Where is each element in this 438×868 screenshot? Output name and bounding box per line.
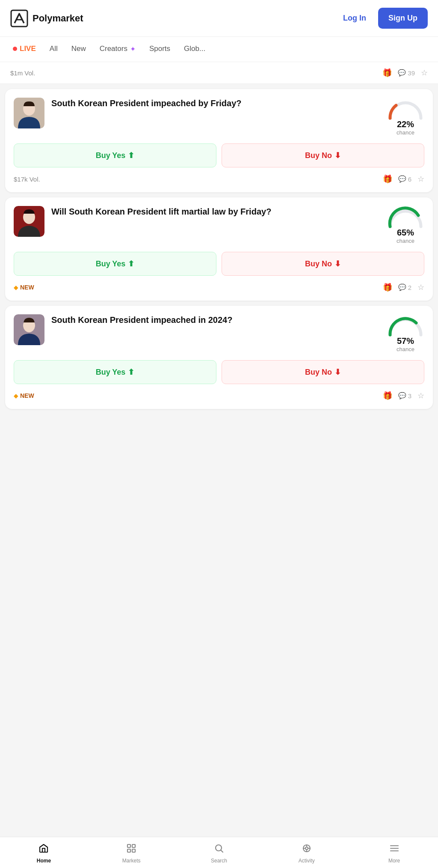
comment-count-top: 39 [408,69,415,77]
comment-wrap-3[interactable]: 💬 3 [398,392,411,400]
tab-creators[interactable]: Creators ✦ [94,37,142,62]
login-button[interactable]: Log In [336,9,373,27]
comment-count-2: 2 [408,284,411,291]
avatar-2 [14,206,44,237]
card-footer-2: ◆ NEW 🎁 💬 2 ☆ [14,283,424,292]
gauge-label-3: chance [397,346,414,352]
card-actions-3: 🎁 💬 3 ☆ [383,391,424,400]
tab-new[interactable]: New [65,37,92,62]
buy-no-label-2: Buy No [305,260,332,268]
tab-global-label: Glob... [184,45,205,53]
new-badge-label-3: NEW [20,392,34,399]
nav-label-activity: Activity [299,858,315,864]
buy-buttons-3: Buy Yes ⬆ Buy No ⬇ [14,360,424,384]
tab-all-label: All [50,45,58,53]
svg-rect-0 [11,10,27,27]
gauge-2: 65% chance [387,206,424,244]
tab-all[interactable]: All [44,37,64,62]
top-vol-actions: 🎁 💬 39 ☆ [382,68,428,78]
comment-icon-1: 💬 [398,175,406,183]
no-arrow-icon-2: ⬇ [334,259,341,268]
market-card-3: South Korean President impeached in 2024… [5,306,433,409]
top-partial-card: $1m Vol. 🎁 💬 39 ☆ [0,62,438,84]
gauge-pct-1: 22% [397,120,414,128]
comment-count-1: 6 [408,176,411,183]
home-icon [38,843,49,856]
gift-icon-1[interactable]: 🎁 [383,174,392,184]
svg-rect-13 [132,849,135,852]
signup-button[interactable]: Sign Up [378,8,428,29]
card-title-3: South Korean President impeached in 2024… [51,314,380,326]
nav-item-activity[interactable]: Activity [263,837,350,868]
gauge-3: 57% chance [387,314,424,352]
comment-icon-3: 💬 [398,392,406,400]
gift-icon-2[interactable]: 🎁 [383,283,392,292]
buy-buttons-1: Buy Yes ⬆ Buy No ⬇ [14,143,424,167]
buy-no-button-1[interactable]: Buy No ⬇ [222,143,424,167]
gift-icon-top[interactable]: 🎁 [382,68,392,78]
polymarket-logo-icon [10,9,28,27]
comment-icon-2: 💬 [398,283,406,291]
card-top-1: South Korean President impeached by Frid… [14,98,424,136]
menu-icon [389,843,400,856]
card-top-2: Will South Korean President lift martial… [14,206,424,244]
buy-yes-label-3: Buy Yes [96,368,126,377]
card-title-2: Will South Korean President lift martial… [51,206,380,218]
buy-no-button-3[interactable]: Buy No ⬇ [222,360,424,384]
star-icon-1[interactable]: ☆ [417,174,424,184]
tab-live[interactable]: LIVE [7,37,42,62]
comment-icon-top: 💬 [398,69,406,77]
buy-no-label-1: Buy No [305,151,332,160]
star-icon-2[interactable]: ☆ [417,283,424,292]
card-footer-1: $17k Vol. 🎁 💬 6 ☆ [14,174,424,184]
creators-diamond-icon: ✦ [130,45,136,53]
tab-new-label: New [71,45,86,53]
buy-yes-button-2[interactable]: Buy Yes ⬆ [14,252,216,276]
logo-text: Polymarket [33,13,83,24]
nav-item-search[interactable]: Search [175,837,263,868]
svg-rect-10 [127,844,130,847]
bottom-nav: Home Markets Search [0,837,438,868]
gift-icon-3[interactable]: 🎁 [383,391,392,400]
nav-item-more[interactable]: More [350,837,438,868]
card-top-3: South Korean President impeached in 2024… [14,314,424,352]
nav-item-markets[interactable]: Markets [88,837,175,868]
svg-rect-11 [132,844,135,847]
card-actions-2: 🎁 💬 2 ☆ [383,283,424,292]
buy-yes-label-1: Buy Yes [96,151,126,160]
comment-wrap-1[interactable]: 💬 6 [398,175,411,183]
buy-no-label-3: Buy No [305,368,332,377]
activity-icon [302,843,312,856]
buy-yes-label-2: Buy Yes [96,260,126,268]
header: Polymarket Log In Sign Up [0,0,438,37]
buy-no-button-2[interactable]: Buy No ⬇ [222,252,424,276]
new-diamond-icon-2: ◆ [14,284,18,291]
nav-label-search: Search [211,858,227,864]
gauge-label-1: chance [397,129,414,136]
new-badge-3: ◆ NEW [14,392,34,399]
logo-wrap: Polymarket [10,9,331,27]
no-arrow-icon-1: ⬇ [334,151,341,160]
comment-count-3: 3 [408,392,411,400]
comment-wrap-2[interactable]: 💬 2 [398,283,411,291]
tab-sports[interactable]: Sports [143,37,176,62]
yes-arrow-icon-1: ⬆ [128,151,134,160]
nav-label-markets: Markets [122,858,141,864]
star-icon-top[interactable]: ☆ [421,68,428,78]
buy-buttons-2: Buy Yes ⬆ Buy No ⬇ [14,252,424,276]
card-vol-1: $17k Vol. [14,176,40,183]
nav-label-more: More [388,858,400,864]
gauge-pct-3: 57% [397,337,414,345]
tab-global[interactable]: Glob... [178,37,211,62]
nav-item-home[interactable]: Home [0,837,88,868]
market-card-2: Will South Korean President lift martial… [5,197,433,301]
market-card-1: South Korean President impeached by Frid… [5,89,433,192]
star-icon-3[interactable]: ☆ [417,391,424,400]
card-actions-1: 🎁 💬 6 ☆ [383,174,424,184]
comment-wrap-top[interactable]: 💬 39 [398,69,415,77]
no-arrow-icon-3: ⬇ [334,367,341,377]
buy-yes-button-3[interactable]: Buy Yes ⬆ [14,360,216,384]
tab-creators-label: Creators [100,45,127,53]
buy-yes-button-1[interactable]: Buy Yes ⬆ [14,143,216,167]
top-vol-text: $1m Vol. [10,69,35,77]
